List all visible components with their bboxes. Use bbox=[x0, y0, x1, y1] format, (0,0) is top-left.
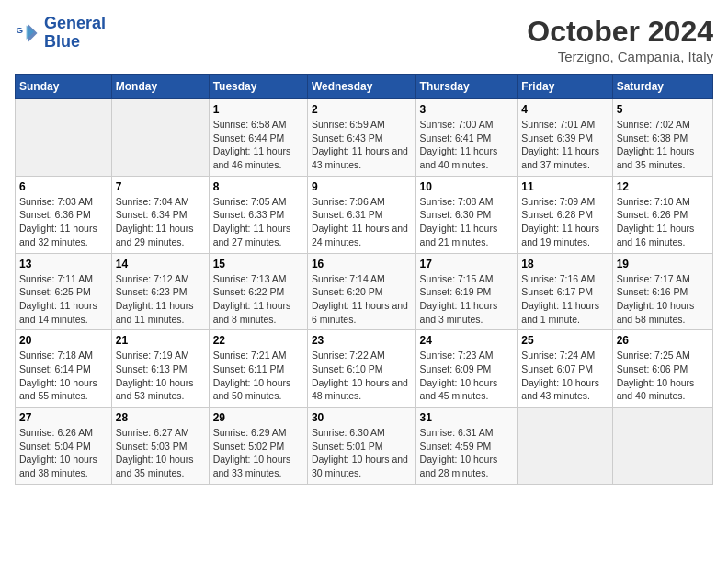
title-block: October 2024 Terzigno, Campania, Italy bbox=[527, 15, 713, 64]
day-number: 18 bbox=[521, 258, 608, 270]
day-number: 30 bbox=[312, 411, 412, 424]
calendar-header: SundayMondayTuesdayWednesdayThursdayFrid… bbox=[16, 75, 713, 99]
calendar-day-cell: 29Sunrise: 6:29 AM Sunset: 5:02 PM Dayli… bbox=[209, 408, 307, 485]
day-number: 14 bbox=[116, 258, 205, 270]
day-info: Sunrise: 7:25 AM Sunset: 6:06 PM Dayligh… bbox=[617, 349, 709, 403]
calendar-day-cell bbox=[612, 408, 712, 485]
day-info: Sunrise: 7:09 AM Sunset: 6:28 PM Dayligh… bbox=[521, 195, 608, 249]
calendar-day-cell: 26Sunrise: 7:25 AM Sunset: 6:06 PM Dayli… bbox=[612, 330, 712, 408]
calendar-table: SundayMondayTuesdayWednesdayThursdayFrid… bbox=[15, 74, 713, 485]
svg-text:G: G bbox=[16, 25, 23, 35]
calendar-body: 1Sunrise: 6:58 AM Sunset: 6:44 PM Daylig… bbox=[16, 99, 713, 485]
day-number: 27 bbox=[19, 411, 108, 424]
weekday-header: Thursday bbox=[415, 75, 518, 99]
calendar-day-cell: 1Sunrise: 6:58 AM Sunset: 6:44 PM Daylig… bbox=[209, 99, 307, 177]
day-number: 12 bbox=[617, 180, 709, 193]
day-number: 29 bbox=[213, 411, 303, 424]
day-info: Sunrise: 7:08 AM Sunset: 6:30 PM Dayligh… bbox=[420, 195, 514, 249]
day-info: Sunrise: 7:19 AM Sunset: 6:13 PM Dayligh… bbox=[116, 349, 205, 403]
day-info: Sunrise: 7:02 AM Sunset: 6:38 PM Dayligh… bbox=[617, 118, 709, 172]
day-number: 7 bbox=[116, 180, 205, 193]
day-number: 4 bbox=[521, 103, 608, 116]
weekday-header: Tuesday bbox=[209, 75, 307, 99]
calendar-day-cell bbox=[111, 99, 209, 177]
day-info: Sunrise: 7:16 AM Sunset: 6:17 PM Dayligh… bbox=[521, 272, 608, 327]
page-header: G General Blue October 2024 Terzigno, Ca… bbox=[15, 15, 713, 64]
day-info: Sunrise: 6:58 AM Sunset: 6:44 PM Dayligh… bbox=[213, 118, 303, 172]
calendar-day-cell: 14Sunrise: 7:12 AM Sunset: 6:23 PM Dayli… bbox=[111, 253, 209, 330]
day-info: Sunrise: 7:22 AM Sunset: 6:10 PM Dayligh… bbox=[312, 349, 412, 403]
day-info: Sunrise: 7:18 AM Sunset: 6:14 PM Dayligh… bbox=[19, 349, 108, 403]
calendar-day-cell: 7Sunrise: 7:04 AM Sunset: 6:34 PM Daylig… bbox=[111, 176, 209, 253]
day-info: Sunrise: 7:10 AM Sunset: 6:26 PM Dayligh… bbox=[617, 195, 709, 249]
logo-line1: General bbox=[44, 15, 106, 33]
day-info: Sunrise: 7:14 AM Sunset: 6:20 PM Dayligh… bbox=[312, 272, 412, 327]
day-info: Sunrise: 7:23 AM Sunset: 6:09 PM Dayligh… bbox=[420, 349, 514, 403]
day-info: Sunrise: 7:05 AM Sunset: 6:33 PM Dayligh… bbox=[213, 195, 303, 249]
day-info: Sunrise: 7:11 AM Sunset: 6:25 PM Dayligh… bbox=[19, 272, 108, 327]
calendar-day-cell: 12Sunrise: 7:10 AM Sunset: 6:26 PM Dayli… bbox=[612, 176, 712, 253]
weekday-header: Sunday bbox=[16, 75, 112, 99]
weekday-header: Monday bbox=[111, 75, 209, 99]
calendar-day-cell: 21Sunrise: 7:19 AM Sunset: 6:13 PM Dayli… bbox=[111, 330, 209, 408]
day-number: 24 bbox=[420, 334, 514, 347]
day-info: Sunrise: 7:13 AM Sunset: 6:22 PM Dayligh… bbox=[213, 272, 303, 327]
calendar-day-cell bbox=[518, 408, 612, 485]
day-info: Sunrise: 6:29 AM Sunset: 5:02 PM Dayligh… bbox=[213, 426, 303, 480]
weekday-header: Saturday bbox=[612, 75, 712, 99]
calendar-day-cell: 27Sunrise: 6:26 AM Sunset: 5:04 PM Dayli… bbox=[16, 408, 112, 485]
calendar-day-cell: 18Sunrise: 7:16 AM Sunset: 6:17 PM Dayli… bbox=[518, 253, 612, 330]
day-number: 6 bbox=[19, 180, 108, 193]
calendar-day-cell: 30Sunrise: 6:30 AM Sunset: 5:01 PM Dayli… bbox=[307, 408, 415, 485]
day-number: 9 bbox=[312, 180, 412, 193]
calendar-day-cell: 8Sunrise: 7:05 AM Sunset: 6:33 PM Daylig… bbox=[209, 176, 307, 253]
calendar-day-cell: 19Sunrise: 7:17 AM Sunset: 6:16 PM Dayli… bbox=[612, 253, 712, 330]
calendar-day-cell: 22Sunrise: 7:21 AM Sunset: 6:11 PM Dayli… bbox=[209, 330, 307, 408]
calendar-day-cell: 20Sunrise: 7:18 AM Sunset: 6:14 PM Dayli… bbox=[16, 330, 112, 408]
calendar-day-cell bbox=[16, 99, 112, 177]
weekday-header: Wednesday bbox=[307, 75, 415, 99]
day-info: Sunrise: 7:12 AM Sunset: 6:23 PM Dayligh… bbox=[116, 272, 205, 327]
calendar-day-cell: 17Sunrise: 7:15 AM Sunset: 6:19 PM Dayli… bbox=[415, 253, 518, 330]
calendar-week-row: 20Sunrise: 7:18 AM Sunset: 6:14 PM Dayli… bbox=[16, 330, 713, 408]
day-info: Sunrise: 6:59 AM Sunset: 6:43 PM Dayligh… bbox=[312, 118, 412, 172]
day-number: 17 bbox=[420, 258, 514, 270]
logo-line2: Blue bbox=[44, 33, 106, 52]
weekday-row: SundayMondayTuesdayWednesdayThursdayFrid… bbox=[16, 75, 713, 99]
day-number: 23 bbox=[312, 334, 412, 347]
day-info: Sunrise: 7:21 AM Sunset: 6:11 PM Dayligh… bbox=[213, 349, 303, 403]
day-info: Sunrise: 6:26 AM Sunset: 5:04 PM Dayligh… bbox=[19, 426, 108, 480]
day-number: 22 bbox=[213, 334, 303, 347]
calendar-day-cell: 10Sunrise: 7:08 AM Sunset: 6:30 PM Dayli… bbox=[415, 176, 518, 253]
day-info: Sunrise: 7:00 AM Sunset: 6:41 PM Dayligh… bbox=[420, 118, 514, 172]
day-number: 31 bbox=[420, 411, 514, 424]
day-number: 25 bbox=[521, 334, 608, 347]
day-number: 15 bbox=[213, 258, 303, 270]
day-number: 1 bbox=[213, 103, 303, 116]
day-info: Sunrise: 7:03 AM Sunset: 6:36 PM Dayligh… bbox=[19, 195, 108, 249]
logo: G General Blue bbox=[15, 15, 106, 52]
day-number: 2 bbox=[312, 103, 412, 116]
day-number: 10 bbox=[420, 180, 514, 193]
calendar-week-row: 13Sunrise: 7:11 AM Sunset: 6:25 PM Dayli… bbox=[16, 253, 713, 330]
calendar-day-cell: 4Sunrise: 7:01 AM Sunset: 6:39 PM Daylig… bbox=[518, 99, 612, 177]
day-number: 21 bbox=[116, 334, 205, 347]
day-number: 26 bbox=[617, 334, 709, 347]
calendar-day-cell: 31Sunrise: 6:31 AM Sunset: 4:59 PM Dayli… bbox=[415, 408, 518, 485]
calendar-day-cell: 5Sunrise: 7:02 AM Sunset: 6:38 PM Daylig… bbox=[612, 99, 712, 177]
day-info: Sunrise: 6:31 AM Sunset: 4:59 PM Dayligh… bbox=[420, 426, 514, 480]
day-number: 8 bbox=[213, 180, 303, 193]
day-info: Sunrise: 6:27 AM Sunset: 5:03 PM Dayligh… bbox=[116, 426, 205, 480]
day-info: Sunrise: 7:17 AM Sunset: 6:16 PM Dayligh… bbox=[617, 272, 709, 327]
day-number: 13 bbox=[19, 258, 108, 270]
calendar-day-cell: 13Sunrise: 7:11 AM Sunset: 6:25 PM Dayli… bbox=[16, 253, 112, 330]
month-title: October 2024 bbox=[527, 15, 713, 49]
day-info: Sunrise: 7:04 AM Sunset: 6:34 PM Dayligh… bbox=[116, 195, 205, 249]
calendar-week-row: 1Sunrise: 6:58 AM Sunset: 6:44 PM Daylig… bbox=[16, 99, 713, 177]
day-number: 20 bbox=[19, 334, 108, 347]
day-info: Sunrise: 7:01 AM Sunset: 6:39 PM Dayligh… bbox=[521, 118, 608, 172]
calendar-day-cell: 2Sunrise: 6:59 AM Sunset: 6:43 PM Daylig… bbox=[307, 99, 415, 177]
calendar-day-cell: 24Sunrise: 7:23 AM Sunset: 6:09 PM Dayli… bbox=[415, 330, 518, 408]
calendar-day-cell: 15Sunrise: 7:13 AM Sunset: 6:22 PM Dayli… bbox=[209, 253, 307, 330]
calendar-day-cell: 16Sunrise: 7:14 AM Sunset: 6:20 PM Dayli… bbox=[307, 253, 415, 330]
